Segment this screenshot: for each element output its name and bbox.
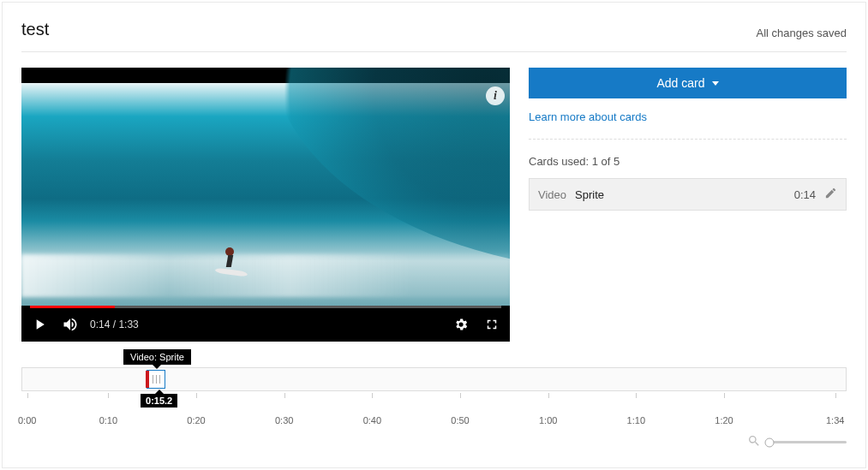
tick: 1:10 <box>627 415 645 425</box>
timeline-track[interactable]: Video: Sprite 0:15.2 <box>21 367 847 391</box>
marker-tooltip: Video: Sprite <box>123 349 191 365</box>
tick: 0:20 <box>187 415 205 425</box>
side-panel: Add card Learn more about cards Cards us… <box>529 68 847 342</box>
tick: 1:00 <box>539 415 557 425</box>
play-icon[interactable] <box>30 315 49 334</box>
card-title: Sprite <box>575 188 604 201</box>
learn-more-link[interactable]: Learn more about cards <box>529 110 647 123</box>
tick: 1:34 <box>826 415 844 425</box>
save-status: All changes saved <box>756 27 847 39</box>
tick: 1:20 <box>715 415 733 425</box>
card-marker[interactable] <box>147 370 165 389</box>
slider-thumb[interactable] <box>765 437 775 447</box>
video-player[interactable]: i 0:14 / 1:33 <box>21 68 510 342</box>
add-card-button[interactable]: Add card <box>529 68 847 98</box>
chevron-down-icon <box>712 81 719 86</box>
time-ruler: 0:000:100:200:300:400:501:001:101:201:34 <box>21 415 847 431</box>
pencil-icon[interactable] <box>824 187 837 202</box>
tick: 0:00 <box>18 415 36 425</box>
page-title: test <box>21 20 49 39</box>
search-icon[interactable] <box>747 434 761 450</box>
main: i 0:14 / 1:33 <box>21 68 847 342</box>
volume-icon[interactable] <box>61 315 80 334</box>
card-row[interactable]: Video Sprite 0:14 <box>529 178 847 211</box>
tick: 0:30 <box>275 415 293 425</box>
add-card-label: Add card <box>656 76 704 90</box>
cards-used-label: Cards used: 1 of 5 <box>529 155 847 168</box>
tick: 0:10 <box>99 415 117 425</box>
tick: 0:40 <box>363 415 381 425</box>
video-frame <box>21 83 510 306</box>
time-display: 0:14 / 1:33 <box>90 318 139 330</box>
zoom-slider[interactable] <box>769 441 847 443</box>
gear-icon[interactable] <box>452 315 470 334</box>
tick: 0:50 <box>451 415 469 425</box>
progress-bar[interactable] <box>30 306 501 308</box>
playhead-label: 0:15.2 <box>141 394 177 408</box>
timeline: Video: Sprite 0:15.2 0:000:100:200:300:4… <box>21 367 847 450</box>
player-buttons: 0:14 / 1:33 <box>21 311 510 342</box>
card-time: 0:14 <box>794 188 816 201</box>
cards-editor: test All changes saved i <box>2 2 866 468</box>
info-icon[interactable]: i <box>486 86 505 105</box>
divider <box>529 139 847 140</box>
fullscreen-icon[interactable] <box>482 315 501 334</box>
zoom-controls <box>21 434 847 450</box>
card-type: Video <box>538 188 566 201</box>
header: test All changes saved <box>21 20 847 52</box>
